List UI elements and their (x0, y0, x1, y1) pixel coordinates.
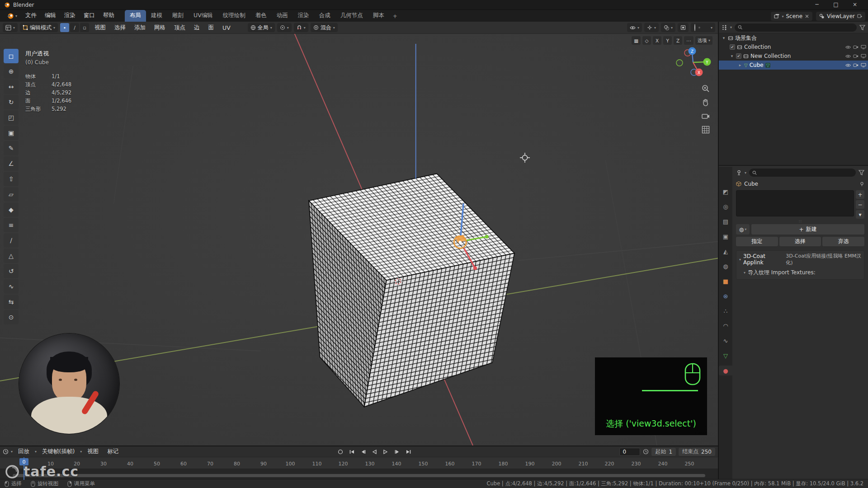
zoom-icon[interactable] (701, 84, 710, 93)
face-select-button[interactable]: ▫ (80, 23, 89, 32)
tool-transform[interactable]: ▣ (4, 126, 19, 140)
properties-editor-icon[interactable] (736, 170, 742, 176)
disable-viewport-icon[interactable] (861, 45, 866, 49)
shading-solid-button[interactable] (698, 27, 700, 28)
menu-edge[interactable]: 边 (191, 23, 203, 33)
outliner-search[interactable] (735, 23, 857, 32)
tool-knife[interactable]: ∕ (4, 233, 19, 248)
scene-selector[interactable]: ▾ Scene (771, 12, 812, 21)
tool-bevel[interactable]: ◆ (4, 202, 19, 217)
disable-viewport-icon[interactable] (861, 63, 866, 67)
tool-rotate[interactable]: ↻ (4, 95, 19, 109)
tab-geometry-nodes[interactable]: 几何节点 (335, 10, 368, 22)
pin-icon[interactable] (859, 182, 864, 187)
hide-eye-icon[interactable] (845, 63, 851, 68)
outliner-editor-icon[interactable] (722, 24, 727, 30)
xray-toggle[interactable] (678, 23, 689, 32)
gizmos-button[interactable]: ▾ (644, 23, 659, 32)
tab-object-data[interactable]: ▽ (719, 351, 732, 361)
outliner-search-input[interactable] (745, 24, 854, 30)
menu-view[interactable]: 视图 (91, 23, 109, 33)
show-visibility-button[interactable]: ▾ (627, 23, 642, 32)
shading-wireframe-button[interactable] (693, 23, 696, 32)
tab-animation[interactable]: 动画 (272, 10, 293, 22)
timeline-editor-icon[interactable] (3, 449, 9, 455)
proportional-editing[interactable]: 混合 ▾ (311, 23, 338, 32)
assign-button[interactable]: 指定 (736, 237, 778, 246)
hide-eye-icon[interactable] (845, 54, 851, 59)
maximize-button[interactable]: □ (826, 0, 845, 9)
jump-to-start-button[interactable] (347, 448, 357, 456)
add-workspace-button[interactable]: + (389, 11, 401, 22)
prev-keyframe-button[interactable] (358, 448, 368, 456)
tab-scene[interactable]: ◭ (719, 246, 732, 256)
collapse-icon[interactable]: ▾ (722, 36, 726, 40)
snap-button[interactable]: ▾ (294, 23, 308, 32)
menu-render[interactable]: 渲染 (60, 10, 80, 22)
select-button[interactable]: 选择 (779, 237, 821, 246)
outliner-row-collection[interactable]: ✓ Collection (719, 42, 868, 52)
remove-slot-button[interactable]: − (856, 200, 864, 209)
jump-to-end-button[interactable] (403, 448, 413, 456)
shading-rendered-button[interactable] (707, 27, 708, 28)
outliner-row-scene-collection[interactable]: ▾ 场景集合 (719, 33, 868, 42)
properties-search[interactable] (749, 169, 856, 177)
mirror-x-button[interactable]: X (653, 36, 661, 45)
filter-icon[interactable] (859, 25, 865, 30)
tab-compositing[interactable]: 合成 (314, 10, 335, 22)
tab-texture-paint[interactable]: 纹理绘制 (218, 10, 250, 22)
tool-poly-build[interactable]: △ (4, 249, 19, 263)
blender-menu-button[interactable]: ▾ (3, 11, 21, 22)
shading-material-button[interactable] (703, 27, 704, 28)
outliner-row-new-collection[interactable]: ▾ ✓ New Collection (719, 52, 868, 61)
tab-material[interactable]: ● (719, 366, 732, 375)
menu-view[interactable]: 视图 (84, 447, 102, 456)
tab-layout[interactable]: 布局 (125, 10, 146, 22)
tool-measure[interactable]: ∠ (4, 156, 19, 171)
menu-add[interactable]: 添加 (131, 23, 149, 33)
list-resize-grip[interactable]: ∷ (736, 219, 864, 224)
tool-annotate[interactable]: ✎ (4, 141, 19, 155)
tool-select-box[interactable]: ◻ (4, 49, 19, 63)
browse-material-button[interactable]: ◍ ▾ (736, 224, 750, 235)
new-viewlayer-icon[interactable] (857, 14, 862, 19)
menu-select[interactable]: 选择 (111, 23, 129, 33)
import-textures-row[interactable]: ▾ 导入纹理 Import Textures: (744, 269, 861, 277)
tab-scripting[interactable]: 脚本 (368, 10, 389, 22)
menu-mesh[interactable]: 网格 (151, 23, 169, 33)
vertex-select-button[interactable]: ∙ (60, 23, 69, 32)
transform-orientation[interactable]: 全局 ▾ (248, 23, 275, 32)
auto-key-button[interactable] (335, 448, 345, 456)
tab-modeling[interactable]: 建模 (146, 10, 167, 22)
disable-camera-icon[interactable] (853, 63, 859, 67)
tab-particles[interactable]: ∴ (719, 306, 732, 316)
tab-view-layer[interactable]: ▣ (719, 231, 732, 241)
disable-camera-icon[interactable] (853, 54, 859, 58)
mirror-z-button[interactable]: Z (674, 36, 682, 45)
properties-search-input[interactable] (759, 170, 853, 176)
add-slot-button[interactable]: + (856, 190, 864, 199)
tool-smooth[interactable]: ∿ (4, 279, 19, 294)
disable-camera-icon[interactable] (853, 45, 859, 49)
disable-viewport-icon[interactable] (861, 54, 866, 58)
material-slot-list[interactable] (736, 190, 854, 216)
menu-file[interactable]: 文件 (21, 10, 41, 22)
play-button[interactable] (381, 448, 391, 456)
tab-render[interactable]: ◎ (719, 202, 732, 211)
deselect-button[interactable]: 弃选 (822, 237, 864, 246)
snap-increment-icon[interactable]: ▦ (632, 36, 641, 45)
tool-spin[interactable]: ↺ (4, 264, 19, 278)
tab-shading[interactable]: 着色 (250, 10, 272, 22)
unlink-icon[interactable] (805, 14, 809, 19)
slot-specials-button[interactable]: ▾ (856, 210, 864, 219)
tool-edge-slide[interactable]: ⇆ (4, 295, 19, 309)
mirror-icon[interactable]: ◇ (642, 36, 651, 45)
tab-output[interactable]: ▤ (719, 216, 732, 226)
tab-modifiers[interactable]: ⊛ (719, 291, 732, 301)
options-dropdown[interactable]: 选项 ▾ (695, 36, 712, 45)
pivot-point-button[interactable]: ▾ (277, 23, 292, 32)
timeline-track[interactable] (0, 469, 718, 479)
frame-start-field[interactable]: 起始 1 (651, 448, 676, 456)
frame-end-field[interactable]: 结束点 250 (679, 448, 715, 456)
overlays-button[interactable]: ▾ (661, 23, 675, 32)
